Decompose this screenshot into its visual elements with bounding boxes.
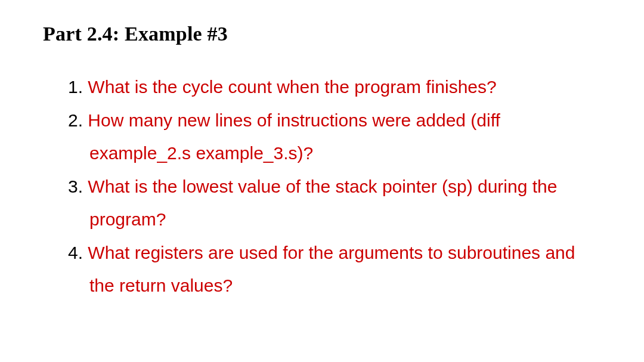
question-list: 1. What is the cycle count when the prog…	[43, 70, 601, 302]
list-item: 4. What registers are used for the argum…	[68, 236, 601, 302]
list-item: 1. What is the cycle count when the prog…	[68, 70, 601, 104]
list-marker: 4.	[68, 243, 88, 262]
list-marker: 3.	[68, 177, 88, 196]
section-heading: Part 2.4: Example #3	[43, 23, 601, 45]
list-item: 3. What is the lowest value of the stack…	[68, 170, 601, 236]
question-text: How many new lines of instructions were …	[88, 110, 500, 163]
question-text: What is the cycle count when the program…	[88, 77, 496, 97]
list-item: 2. How many new lines of instructions we…	[68, 104, 601, 170]
list-marker: 1.	[68, 77, 88, 97]
list-marker: 2.	[68, 110, 88, 130]
question-text: What registers are used for the argument…	[88, 243, 575, 296]
question-text: What is the lowest value of the stack po…	[88, 177, 557, 230]
